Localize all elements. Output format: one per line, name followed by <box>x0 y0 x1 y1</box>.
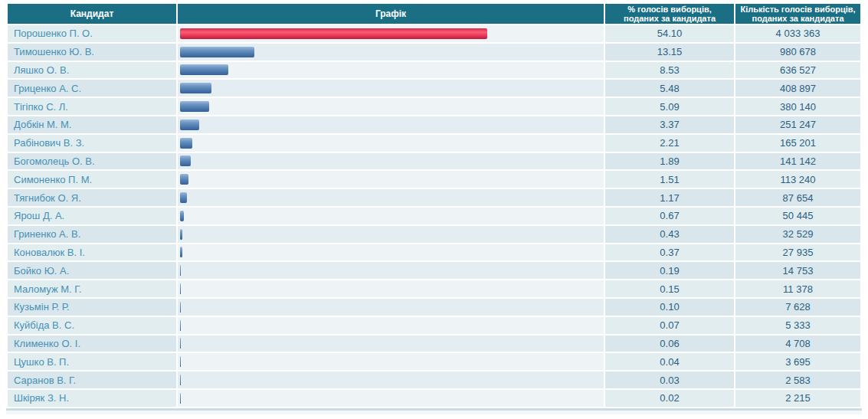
percent-value: 0.37 <box>605 244 734 261</box>
table-row: Цушко В. П. 0.04 3 695 <box>8 353 860 370</box>
candidate-name: Куйбіда В. С. <box>8 317 176 334</box>
count-value: 2 583 <box>735 372 860 388</box>
table-row: Саранов В. Г. 0.03 2 583 <box>8 372 860 388</box>
percent-value: 5.09 <box>605 98 734 115</box>
vote-bar <box>180 119 199 130</box>
vote-bar <box>180 101 209 112</box>
candidate-name: Богомолець О. В. <box>8 153 176 170</box>
graph-cell <box>178 171 604 188</box>
candidate-name: Тігіпко С. Л. <box>8 98 176 115</box>
table-row: Куйбіда В. С. 0.07 5 333 <box>8 317 860 334</box>
percent-value: 5.48 <box>605 80 734 97</box>
vote-bar <box>180 302 181 313</box>
candidate-name: Саранов В. Г. <box>8 372 176 388</box>
percent-value: 0.03 <box>605 372 734 388</box>
candidate-name: Гриненко А. В. <box>8 226 176 243</box>
graph-cell <box>178 189 604 206</box>
table-row: Гриненко А. В. 0.43 32 529 <box>8 226 860 243</box>
vote-bar <box>180 247 182 257</box>
vote-bar <box>180 192 187 203</box>
col-header-count: Кількість голосів виборців, поданих за к… <box>735 4 860 24</box>
count-value: 113 240 <box>735 171 860 188</box>
table-row: Гриценко А. С. 5.48 408 897 <box>8 80 860 97</box>
percent-value: 13.15 <box>605 44 734 61</box>
vote-bar <box>180 155 191 166</box>
graph-cell <box>178 317 604 334</box>
count-value: 7 628 <box>735 299 860 316</box>
col-header-candidate: Кандидат <box>8 4 176 24</box>
vote-bar <box>180 47 254 57</box>
vote-bar <box>180 393 181 404</box>
count-value: 165 201 <box>735 135 860 152</box>
count-value: 251 247 <box>735 116 860 133</box>
vote-bar <box>180 356 181 367</box>
percent-value: 54.10 <box>605 25 734 42</box>
vote-bar <box>180 64 228 75</box>
percent-value: 0.67 <box>605 208 734 224</box>
vote-bar <box>180 28 487 39</box>
table-row: Шкіряк З. Н. 0.02 2 215 <box>8 390 860 407</box>
results-table-body: Порошенко П. О. 54.10 4 033 363 Тимошенк… <box>8 25 860 407</box>
candidate-name: Шкіряк З. Н. <box>8 390 176 407</box>
graph-cell <box>178 44 604 61</box>
candidate-name: Маломуж М. Г. <box>8 280 176 297</box>
candidate-name: Тягнибок О. Я. <box>8 189 176 206</box>
candidate-name: Симоненко П. М. <box>8 171 176 188</box>
graph-cell <box>178 353 604 370</box>
percent-value: 0.04 <box>605 353 734 370</box>
candidate-name: Тимошенко Ю. В. <box>8 44 176 61</box>
table-row: Богомолець О. В. 1.89 141 142 <box>8 153 860 170</box>
graph-cell <box>178 98 604 115</box>
count-value: 980 678 <box>735 44 860 61</box>
count-value: 32 529 <box>735 226 860 243</box>
results-table: Кандидат Графік % голосів виборців, пода… <box>6 2 862 408</box>
table-row: Тігіпко С. Л. 5.09 380 140 <box>8 98 860 115</box>
graph-cell <box>178 372 604 388</box>
table-row: Симоненко П. М. 1.51 113 240 <box>8 171 860 188</box>
count-value: 4 708 <box>735 336 860 352</box>
candidate-name: Цушко В. П. <box>8 353 176 370</box>
count-value: 5 333 <box>735 317 860 334</box>
candidate-name: Гриценко А. С. <box>8 80 176 97</box>
table-row: Ляшко О. В. 8.53 636 527 <box>8 62 860 79</box>
table-row: Тягнибок О. Я. 1.17 87 654 <box>8 189 860 206</box>
graph-cell <box>178 244 604 261</box>
count-value: 87 654 <box>735 189 860 206</box>
table-row: Добкін М. М. 3.37 251 247 <box>8 116 860 133</box>
header-row: Кандидат Графік % голосів виборців, пода… <box>8 4 860 24</box>
count-value: 408 897 <box>735 80 860 97</box>
graph-cell <box>178 135 604 152</box>
graph-cell <box>178 280 604 297</box>
table-row: Ярош Д. А. 0.67 50 445 <box>8 208 860 224</box>
vote-bar <box>180 138 192 149</box>
graph-cell <box>178 262 604 279</box>
candidate-name: Кузьмін Р. Р. <box>8 299 176 316</box>
election-results-page: Кандидат Графік % голосів виборців, пода… <box>0 0 868 414</box>
vote-bar <box>180 338 181 349</box>
table-row: Рабінович В. З. 2.21 165 201 <box>8 135 860 152</box>
percent-value: 1.89 <box>605 153 734 170</box>
percent-value: 0.06 <box>605 336 734 352</box>
percent-value: 3.37 <box>605 116 734 133</box>
percent-value: 8.53 <box>605 62 734 79</box>
count-value: 27 935 <box>735 244 860 261</box>
table-row: Кузьмін Р. Р. 0.10 7 628 <box>8 299 860 316</box>
graph-cell <box>178 299 604 316</box>
vote-bar <box>180 283 181 294</box>
table-row: Бойко Ю. А. 0.19 14 753 <box>8 262 860 279</box>
percent-value: 0.02 <box>605 390 734 407</box>
table-row: Коновалюк В. І. 0.37 27 935 <box>8 244 860 261</box>
percent-value: 0.15 <box>605 280 734 297</box>
count-value: 50 445 <box>735 208 860 224</box>
table-bottom-fade <box>6 411 862 414</box>
graph-cell <box>178 226 604 243</box>
count-value: 11 378 <box>735 280 860 297</box>
graph-cell <box>178 336 604 352</box>
candidate-name: Бойко Ю. А. <box>8 262 176 279</box>
graph-cell <box>178 208 604 224</box>
vote-bar <box>180 229 182 240</box>
graph-cell <box>178 116 604 133</box>
percent-value: 1.17 <box>605 189 734 206</box>
count-value: 2 215 <box>735 390 860 407</box>
percent-value: 0.19 <box>605 262 734 279</box>
